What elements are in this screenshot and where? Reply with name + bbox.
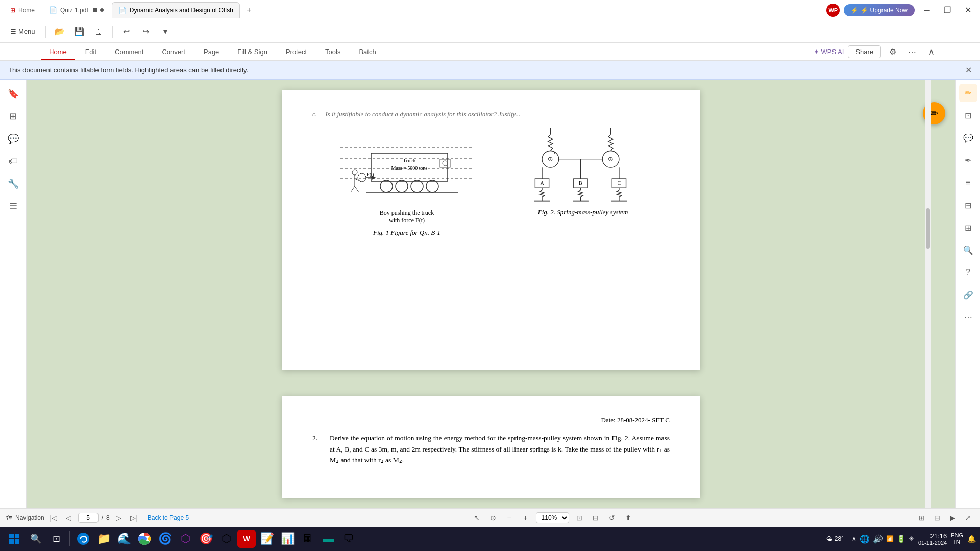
- undo-button[interactable]: ↩: [119, 24, 134, 39]
- notification-close-button[interactable]: ✕: [965, 65, 972, 75]
- edge-browser-icon[interactable]: [74, 530, 92, 548]
- more-options-icon[interactable]: ⋯: [904, 44, 920, 59]
- taskbar-clock[interactable]: 21:16 01-11-2024: [918, 532, 947, 546]
- page-number-input[interactable]: [78, 513, 99, 523]
- tab-ribbon-convert[interactable]: Convert: [154, 45, 193, 59]
- first-page-button[interactable]: |◁: [47, 512, 60, 524]
- sidebar-tools-icon[interactable]: 🔧: [3, 173, 23, 194]
- cursor-mode-icon[interactable]: ↖: [471, 512, 483, 524]
- app8-icon[interactable]: ⬡: [176, 530, 194, 548]
- help-right-icon[interactable]: ?: [959, 263, 977, 282]
- sidebar-bookmark-icon[interactable]: 🔖: [3, 84, 23, 104]
- tray-battery-icon[interactable]: 🔋: [897, 535, 905, 543]
- calc-icon[interactable]: 🖩: [299, 530, 317, 548]
- save-button[interactable]: 💾: [71, 24, 87, 39]
- tray-expand-icon[interactable]: ∧: [852, 535, 856, 542]
- zoom-level-select[interactable]: 50% 75% 100% 110% 125% 150% 200%: [536, 512, 569, 523]
- wps-taskbar-icon[interactable]: W: [237, 530, 256, 548]
- task-view-button[interactable]: ⊡: [47, 530, 65, 548]
- annotate-right-icon[interactable]: ✒: [959, 151, 977, 169]
- sidebar-tag-icon[interactable]: 🏷: [3, 151, 23, 171]
- fit-width-icon[interactable]: ⊟: [590, 512, 602, 524]
- language-indicator[interactable]: ENG IN: [951, 532, 963, 545]
- last-page-button[interactable]: ▷|: [128, 512, 140, 524]
- tab-home[interactable]: ⊞ Home: [4, 2, 41, 18]
- rotate-icon[interactable]: ↺: [606, 512, 618, 524]
- tab-quiz1[interactable]: 📄 Quiz 1.pdf: [43, 2, 110, 18]
- windows-start-button[interactable]: [4, 529, 24, 549]
- edge2-icon[interactable]: 🌊: [115, 530, 133, 548]
- settings-icon[interactable]: ⚙: [885, 44, 900, 59]
- tab-ribbon-batch[interactable]: Batch: [351, 45, 384, 59]
- lync-icon[interactable]: 🗨: [339, 530, 358, 548]
- sidebar-thumbnail-icon[interactable]: ⊞: [3, 106, 23, 127]
- app9-icon[interactable]: 🎯: [197, 530, 215, 548]
- extract-right-icon[interactable]: ⊞: [959, 218, 977, 237]
- svg-rect-56: [15, 539, 19, 544]
- matlab-icon[interactable]: ⬡: [217, 530, 235, 548]
- upgrade-now-button[interactable]: ⚡ ⚡ Upgrade Now: [844, 4, 915, 16]
- share-button[interactable]: Share: [848, 45, 881, 58]
- date-line: Date: 28-08-2024- SET C: [312, 416, 670, 424]
- sidebar-comment-icon[interactable]: 💬: [3, 129, 23, 149]
- align-right-icon[interactable]: ≡: [959, 173, 977, 192]
- minimize-button[interactable]: ─: [919, 2, 935, 18]
- screenshot-icon[interactable]: ⬆: [622, 512, 634, 524]
- zoom-right-icon[interactable]: 🔍: [959, 241, 977, 259]
- app-bar-icon[interactable]: 📊: [278, 530, 297, 548]
- comment-right-icon[interactable]: 💬: [959, 129, 977, 147]
- menu-button[interactable]: ☰ Menu: [6, 26, 39, 37]
- select-mode-icon[interactable]: ⊙: [487, 512, 499, 524]
- tab-ribbon-page[interactable]: Page: [195, 45, 227, 59]
- zoom-in-button[interactable]: +: [520, 512, 532, 524]
- file-explorer-icon[interactable]: 📁: [94, 530, 113, 548]
- navigation-label[interactable]: Navigation: [15, 514, 44, 521]
- fit-page-icon[interactable]: ⊡: [573, 512, 585, 524]
- more-right-icon[interactable]: ⋯: [959, 308, 977, 327]
- play-icon[interactable]: ▶: [946, 512, 959, 524]
- tab-ribbon-tools[interactable]: Tools: [317, 45, 349, 59]
- tray-network-icon[interactable]: 🌐: [860, 534, 870, 544]
- redo-button[interactable]: ↪: [138, 24, 154, 39]
- app-extra-icon[interactable]: ▬: [319, 530, 337, 548]
- ribbon-tabs: Home Edit Comment Convert Page Fill & Si…: [0, 43, 980, 61]
- chrome-icon[interactable]: [135, 530, 154, 548]
- tab-ribbon-fill-sign[interactable]: Fill & Sign: [229, 45, 276, 59]
- tray-wifi-icon[interactable]: 📶: [886, 535, 894, 542]
- crop-right-icon[interactable]: ⊡: [959, 106, 977, 124]
- tray-brightness-icon[interactable]: ☀: [909, 535, 914, 542]
- edit-right-icon[interactable]: ✏: [959, 84, 977, 102]
- tab-ribbon-comment[interactable]: Comment: [107, 45, 152, 59]
- svg-point-11: [411, 180, 423, 192]
- format-right-icon[interactable]: ⊟: [959, 196, 977, 214]
- notepad-icon[interactable]: 📝: [258, 530, 276, 548]
- weather-widget[interactable]: 🌤 28°: [822, 533, 848, 544]
- tab-ribbon-edit[interactable]: Edit: [77, 45, 105, 59]
- search-taskbar-button[interactable]: 🔍: [27, 530, 45, 548]
- back-to-page-link[interactable]: Back to Page 5: [148, 514, 189, 521]
- tab-ribbon-protect[interactable]: Protect: [278, 45, 315, 59]
- fullscreen-icon[interactable]: ⤢: [962, 512, 974, 524]
- two-page-icon[interactable]: ⊞: [916, 512, 928, 524]
- app7-icon[interactable]: 🌀: [156, 530, 174, 548]
- notification-center-icon[interactable]: 🔔: [967, 535, 976, 543]
- print-button[interactable]: 🖨: [91, 24, 106, 39]
- prev-page-button[interactable]: ◁: [63, 512, 75, 524]
- next-page-button[interactable]: ▷: [113, 512, 125, 524]
- collapse-ribbon-icon[interactable]: ∧: [924, 44, 939, 59]
- dropdown-button[interactable]: ▾: [158, 24, 173, 39]
- sidebar-layers-icon[interactable]: ☰: [3, 196, 23, 216]
- zoom-out-button[interactable]: −: [503, 512, 516, 524]
- link-right-icon[interactable]: 🔗: [959, 286, 977, 304]
- wps-ai-button[interactable]: ✦ WPS AI: [814, 48, 844, 56]
- scroll-thumb[interactable]: [926, 208, 930, 249]
- continuous-view-icon[interactable]: ⊟: [931, 512, 943, 524]
- tray-volume-icon[interactable]: 🔊: [873, 534, 883, 544]
- page-total: 8: [106, 514, 110, 521]
- open-file-button[interactable]: 📂: [52, 24, 67, 39]
- maximize-button[interactable]: ❐: [939, 2, 955, 18]
- close-button[interactable]: ✕: [960, 2, 976, 18]
- add-tab-button[interactable]: +: [242, 3, 256, 17]
- tab-dynamic[interactable]: 📄 Dynamic Analysis and Design of Offsh: [112, 2, 240, 18]
- tab-ribbon-home[interactable]: Home: [41, 45, 75, 59]
